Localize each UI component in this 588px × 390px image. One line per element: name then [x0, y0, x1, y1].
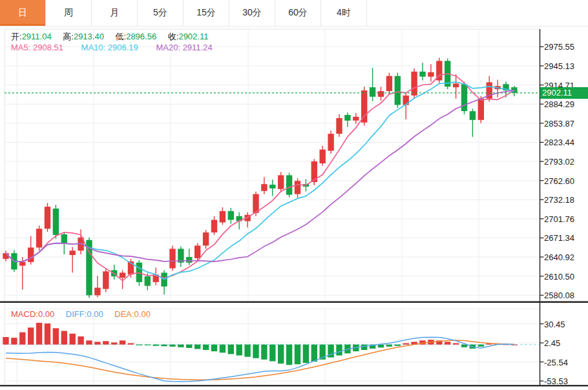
- price-tick-label: 2580.08: [544, 291, 574, 300]
- tab-15min[interactable]: 15分: [184, 0, 229, 26]
- low-value: 2896.56: [126, 32, 156, 41]
- macd-tick-label: -53.53: [544, 376, 568, 386]
- ma10-label: MA10:: [81, 43, 106, 52]
- price-tick-label: 2701.76: [544, 214, 574, 223]
- ma20-value: 2911.24: [183, 43, 213, 52]
- tab-week[interactable]: 周: [46, 0, 92, 26]
- open-value: 2911.04: [22, 32, 52, 41]
- macd-tick-label: -25.54: [544, 357, 568, 367]
- price-tick-label: 2793.02: [544, 157, 574, 167]
- macd-tick-label: 2.45: [544, 338, 560, 348]
- tab-4hour[interactable]: 4时: [321, 0, 367, 26]
- price-tick-label: 2884.29: [544, 99, 574, 109]
- high-label: 高:: [63, 32, 74, 41]
- price-tick-label: 2853.87: [544, 118, 574, 128]
- dea-value: 0.00: [134, 309, 151, 319]
- macd-legend: MACD:0.00 DIFF:0.00 DEA:0.00: [11, 309, 160, 319]
- price-tick-label: 2945.13: [544, 61, 574, 71]
- tab-60min[interactable]: 60分: [275, 0, 321, 26]
- ma5-value: 2908.51: [33, 43, 63, 52]
- open-label: 开:: [11, 32, 22, 41]
- macd-label: MACD:: [11, 309, 38, 319]
- candlestick-chart-canvas[interactable]: [0, 0, 588, 390]
- current-price-tag: 2902.11: [540, 87, 588, 99]
- price-tick-label: 2671.34: [544, 233, 574, 243]
- ohlc-legend: 开:2911.04 高:2913.40 低:2896.56 收:2902.11: [11, 31, 217, 43]
- dea-label: DEA:: [114, 309, 134, 319]
- ma10-value: 2906.19: [108, 43, 138, 52]
- price-tick-label: 2640.92: [544, 252, 574, 262]
- close-label: 收:: [168, 32, 179, 41]
- tab-day[interactable]: 日: [0, 0, 46, 26]
- tab-5min[interactable]: 5分: [138, 0, 184, 26]
- price-tick-label: 2732.18: [544, 195, 574, 205]
- tab-30min[interactable]: 30分: [229, 0, 275, 26]
- ma20-label: MA20:: [156, 43, 180, 52]
- close-value: 2902.11: [178, 32, 208, 41]
- tab-month[interactable]: 月: [92, 0, 138, 26]
- price-tick-label: 2762.60: [544, 176, 574, 185]
- ma5-label: MA5:: [11, 43, 30, 52]
- high-value: 2913.40: [74, 32, 104, 41]
- price-tick-label: 2610.50: [544, 271, 574, 281]
- macd-tick-label: 30.45: [544, 319, 565, 329]
- price-tick-label: 2823.44: [544, 138, 574, 147]
- macd-value: 0.00: [38, 309, 54, 319]
- interval-tabbar: 日周月5分15分30分60分4时: [0, 0, 588, 26]
- trading-app: 日周月5分15分30分60分4时 开:2911.04 高:2913.40 低:2…: [0, 0, 588, 390]
- price-tick-label: 2975.55: [544, 42, 574, 52]
- diff-label: DIFF:: [66, 309, 87, 319]
- low-label: 低:: [116, 32, 127, 41]
- diff-value: 0.00: [87, 309, 103, 319]
- ma-legend: MA5: 2908.51 MA10: 2906.19 MA20: 2911.24: [11, 43, 228, 52]
